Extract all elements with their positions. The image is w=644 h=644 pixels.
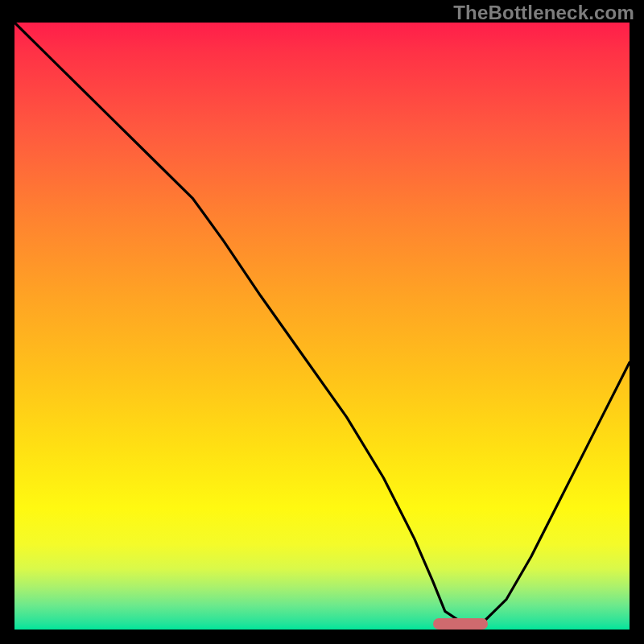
watermark-text: TheBottleneck.com [453,2,634,24]
curve-path [14,23,630,624]
chart-frame: TheBottleneck.com [0,0,644,644]
plot-area [14,23,630,630]
optimal-marker [433,618,489,630]
bottleneck-curve [14,23,630,630]
